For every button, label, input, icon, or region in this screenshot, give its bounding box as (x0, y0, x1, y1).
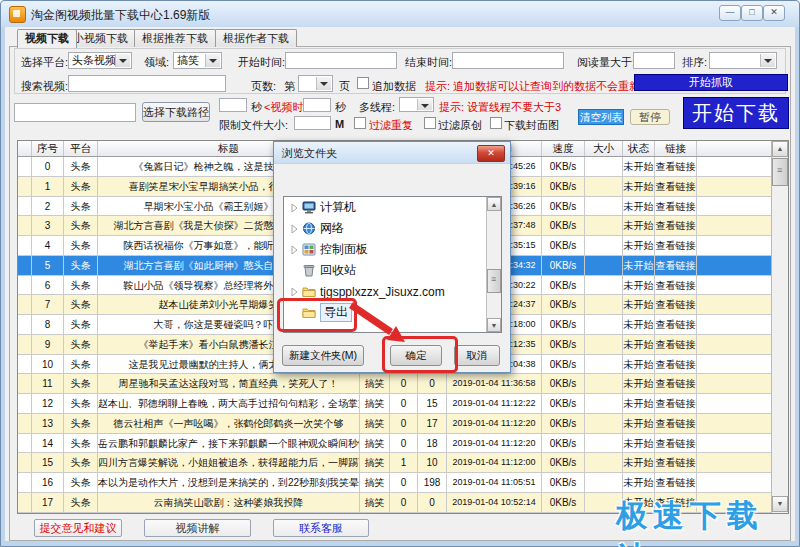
view-link-cell[interactable]: 查看链接 (655, 197, 697, 216)
table-cell: 头条 (64, 236, 98, 255)
table-cell: 2019-01-04 11:36:58 (447, 374, 542, 393)
duration-min-input[interactable] (219, 98, 247, 112)
tab-by-recommend[interactable]: 根据推荐下载 (134, 29, 216, 47)
table-cell (18, 374, 32, 393)
column-header-9[interactable]: 大小 (585, 141, 623, 156)
platform-select[interactable]: 头条视频 (68, 52, 132, 69)
start-download-button[interactable]: 开始下载 (683, 97, 789, 129)
view-link-cell[interactable]: 查看链接 (655, 157, 697, 176)
column-header-2[interactable]: 平台 (64, 141, 98, 156)
grab-button[interactable]: 开始抓取 (634, 74, 788, 91)
expand-arrow-icon[interactable] (288, 286, 300, 298)
expand-arrow-icon[interactable] (288, 202, 300, 214)
choose-path-button[interactable]: 选择下载路径 (142, 102, 210, 122)
view-link-cell[interactable]: 查看链接 (655, 295, 697, 314)
scrollbar-thumb[interactable] (772, 158, 788, 186)
column-header-8[interactable]: 速度 (542, 141, 585, 156)
download-path-input[interactable] (14, 103, 136, 122)
table-cell: 0KB/s (542, 295, 585, 314)
table-cell: 搞笑 (360, 374, 390, 393)
category-select[interactable]: 搞笑 (173, 52, 222, 69)
view-link-cell[interactable]: 查看链接 (655, 453, 697, 472)
view-link-cell[interactable]: 查看链接 (655, 177, 697, 196)
table-cell: 头条 (64, 157, 98, 176)
view-link-cell[interactable]: 查看链接 (655, 335, 697, 354)
close-button[interactable]: ✕ (763, 5, 785, 21)
read-count-input[interactable] (633, 52, 675, 69)
table-cell: 2 (32, 197, 64, 216)
contact-support-button[interactable]: 联系客服 (273, 519, 369, 537)
table-cell: 0 (390, 493, 418, 512)
scroll-up-icon[interactable]: ▲ (772, 141, 788, 157)
scroll-up-icon[interactable]: ▲ (487, 197, 501, 211)
tree-scrollbar[interactable]: ▲ ▼ (486, 197, 501, 332)
filesize-input[interactable] (294, 116, 331, 130)
table-cell: 岳云鹏和郭麒麟比家产，接下来郭麒麟一个眼神观众瞬间秒懂！ (98, 434, 360, 453)
table-row[interactable]: 12头条赵本山、郭德纲聊上春晚，两大高手过招句句精彩，全场掌声不断搞笑01520… (18, 394, 788, 414)
table-cell: 16 (32, 473, 64, 492)
append-data-checkbox[interactable] (357, 77, 369, 89)
table-row[interactable]: 16头条本以为是动作大片，没想到是来搞笑的，到22秒那刻我笑晕了搞笑019820… (18, 473, 788, 493)
view-link-cell[interactable]: 查看链接 (655, 394, 697, 413)
tree-item-network[interactable]: 网络 (284, 218, 501, 239)
pages-label: 页数: (251, 79, 276, 94)
dialog-close-button[interactable]: ✕ (477, 145, 505, 162)
annotation-arrow-icon (345, 300, 415, 350)
table-cell (585, 315, 623, 334)
table-cell: 头条 (64, 216, 98, 235)
scroll-down-icon[interactable]: ▼ (487, 318, 501, 332)
tab-by-author[interactable]: 根据作者下载 (215, 29, 297, 47)
tree-item-computer[interactable]: 计算机 (284, 197, 501, 218)
end-time-input[interactable] (452, 52, 564, 69)
page-prefix-label: 第 (284, 79, 295, 94)
video-tutorial-button[interactable]: 视频讲解 (144, 519, 251, 537)
view-link-cell[interactable]: 查看链接 (655, 355, 697, 374)
tree-item-recycle-bin[interactable]: 回收站 (284, 260, 501, 281)
table-row[interactable]: 15头条四川方言爆笑解说，小姐姐被追杀，获得超能力后，一脚踢飞魔鬼！搞笑1102… (18, 453, 788, 473)
feedback-button[interactable]: 提交意见和建议 (34, 519, 122, 537)
table-cell (585, 453, 623, 472)
view-link-cell[interactable]: 查看链接 (655, 216, 697, 235)
maximize-button[interactable]: □ (741, 5, 763, 21)
scrollbar-thumb[interactable] (487, 269, 501, 293)
filter-original-checkbox[interactable] (424, 117, 436, 129)
view-link-cell[interactable]: 查看链接 (655, 414, 697, 433)
pause-button[interactable]: 暂停 (630, 109, 670, 125)
filter-duplicate-checkbox[interactable] (354, 117, 366, 129)
thread-select[interactable] (399, 97, 434, 112)
page-select[interactable] (298, 75, 333, 92)
view-link-cell[interactable]: 查看链接 (655, 473, 697, 492)
view-link-cell[interactable]: 查看链接 (655, 256, 697, 275)
column-header-0[interactable] (18, 141, 32, 156)
table-cell: 8 (32, 315, 64, 334)
column-header-10[interactable]: 状态 (623, 141, 655, 156)
cancel-button[interactable]: 取消 (454, 345, 500, 366)
tree-item-control-panel[interactable]: 控制面板 (284, 239, 501, 260)
table-cell: 未开始 (623, 374, 655, 393)
clear-list-button[interactable]: 清空列表 (578, 109, 624, 125)
expand-arrow-icon[interactable] (288, 244, 300, 256)
view-link-cell[interactable]: 查看链接 (655, 315, 697, 334)
search-input[interactable] (68, 75, 226, 92)
view-link-cell[interactable]: 查看链接 (655, 434, 697, 453)
app-logo-icon (9, 6, 26, 23)
view-link-cell[interactable]: 查看链接 (655, 374, 697, 393)
table-row[interactable]: 14头条岳云鹏和郭麒麟比家产，接下来郭麒麟一个眼神观众瞬间秒懂！搞笑018201… (18, 434, 788, 454)
expand-arrow-icon[interactable] (288, 223, 300, 235)
minimize-button[interactable]: — (719, 5, 741, 21)
table-cell: 0KB/s (542, 216, 585, 235)
table-row[interactable]: 13头条德云社相声《一声吆喝》，张鹤伦郎鹤炎一次笑个够搞笑0172019-01-… (18, 414, 788, 434)
sort-select[interactable] (709, 52, 777, 69)
table-scrollbar[interactable]: ▲ ▼ (771, 141, 788, 513)
view-link-cell[interactable]: 查看链接 (655, 236, 697, 255)
start-time-input[interactable] (285, 52, 397, 69)
column-header-1[interactable]: 序号 (32, 141, 64, 156)
table-row[interactable]: 11头条周星驰和吴孟达这段对骂，简直经典，笑死人了！搞笑002019-01-04… (18, 374, 788, 394)
duration-max-input[interactable] (303, 98, 331, 112)
view-link-cell[interactable]: 查看链接 (655, 276, 697, 295)
column-header-11[interactable]: 链接 (655, 141, 697, 156)
table-cell: 头条 (64, 335, 98, 354)
tab-video-download[interactable]: 视频下载 (17, 29, 77, 48)
download-cover-checkbox[interactable] (490, 117, 502, 129)
table-cell: 0KB/s (542, 236, 585, 255)
